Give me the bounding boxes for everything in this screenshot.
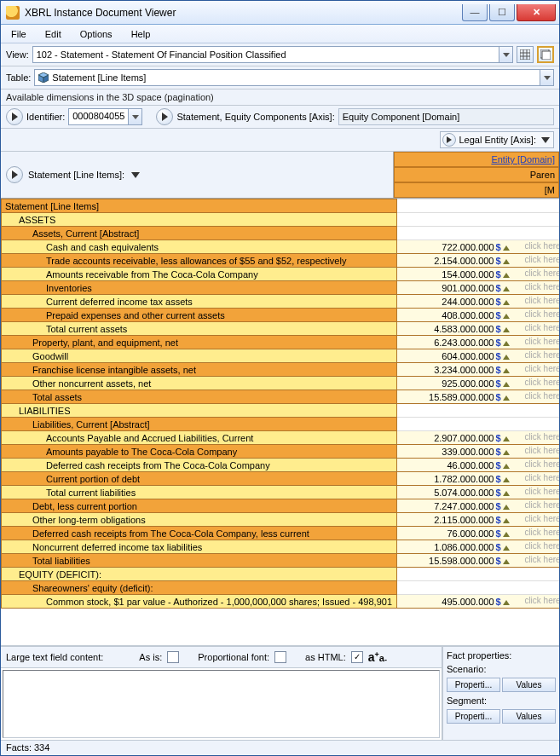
row-label-cell[interactable]: Total assets bbox=[2, 390, 397, 404]
large-text-label: Large text field content: bbox=[6, 652, 103, 662]
value-cell[interactable]: 15.598.000.000$click here bbox=[397, 554, 559, 568]
row-label-cell[interactable]: Current deferred income tax assets bbox=[2, 295, 397, 309]
arrow-up-icon bbox=[503, 532, 510, 537]
svg-rect-6 bbox=[542, 51, 551, 60]
row-label-cell[interactable]: Assets, Current [Abstract] bbox=[2, 227, 397, 240]
font-size-controls[interactable]: a+a- bbox=[368, 650, 387, 664]
segment-properties-button[interactable]: Properti... bbox=[447, 709, 500, 724]
grid-mode-2-button[interactable] bbox=[537, 46, 554, 63]
table-select[interactable]: Statement [Line Items] bbox=[34, 69, 554, 86]
menu-bar: File Edit Options Help bbox=[1, 25, 559, 43]
menu-edit[interactable]: Edit bbox=[42, 27, 65, 41]
menu-options[interactable]: Options bbox=[77, 27, 116, 41]
value-cell[interactable]: 495.000.000$click here bbox=[397, 595, 559, 609]
scenario-values-button[interactable]: Values bbox=[502, 678, 556, 692]
table-row: Current portion of debt1.782.000.000$cli… bbox=[2, 472, 560, 486]
identifier-drop[interactable] bbox=[128, 109, 141, 124]
minimize-button[interactable]: — bbox=[462, 4, 488, 21]
asis-checkbox[interactable] bbox=[167, 651, 179, 663]
scenario-properties-button[interactable]: Properti... bbox=[447, 678, 500, 692]
value-cell[interactable]: 7.247.000.000$click here bbox=[397, 499, 559, 513]
row-label-cell[interactable]: Prepaid expenses and other current asset… bbox=[2, 309, 397, 322]
value-cell[interactable]: 1.782.000.000$click here bbox=[397, 472, 559, 486]
identifier-select[interactable]: 0000804055 bbox=[68, 108, 142, 125]
row-label-cell[interactable]: Amounts receivable from The Coca-Cola Co… bbox=[2, 268, 397, 281]
row-label-cell[interactable]: Current portion of debt bbox=[2, 472, 397, 486]
table-toolbar: Table: Statement [Line Items] bbox=[1, 66, 559, 89]
value-cell[interactable]: 604.000.000$click here bbox=[397, 349, 559, 363]
row-label-cell[interactable]: Accounts Payable and Accrued Liabilities… bbox=[2, 431, 397, 445]
arrow-up-icon bbox=[503, 382, 510, 387]
row-label-cell[interactable]: Trade accounts receivable, less allowanc… bbox=[2, 254, 397, 268]
legal-play-button[interactable] bbox=[442, 133, 456, 147]
arrow-up-icon bbox=[503, 600, 510, 605]
value-cell[interactable]: 2.154.000.000$click here bbox=[397, 254, 559, 268]
grid-mode-1-button[interactable] bbox=[517, 46, 534, 63]
row-label-cell[interactable]: Noncurrent deferred income tax liabiliti… bbox=[2, 540, 397, 554]
empty-value-cell bbox=[397, 199, 559, 213]
view-select-drop[interactable] bbox=[499, 47, 512, 62]
row-label-cell[interactable]: Other long-term obligations bbox=[2, 513, 397, 527]
row-label-cell[interactable]: Amounts payable to The Coca-Cola Company bbox=[2, 445, 397, 459]
equity-play-button[interactable] bbox=[156, 108, 173, 125]
entity-domain-header[interactable]: Entity [Domain] bbox=[394, 152, 559, 167]
row-label-cell[interactable]: LIABILITIES bbox=[2, 404, 397, 418]
row-label-cell[interactable]: Common stock, $1 par value - Authorized … bbox=[2, 595, 397, 609]
row-label-cell[interactable]: Goodwill bbox=[2, 349, 397, 363]
row-label-cell[interactable]: Total liabilities bbox=[2, 554, 397, 568]
data-grid-scroll[interactable]: Statement [Line Items]ASSETSAssets, Curr… bbox=[1, 199, 559, 645]
row-label-cell[interactable]: Liabilities, Current [Abstract] bbox=[2, 418, 397, 431]
as-html-checkbox[interactable] bbox=[351, 651, 363, 663]
maximize-button[interactable]: ☐ bbox=[489, 4, 515, 21]
large-text-area[interactable] bbox=[3, 670, 440, 738]
menu-file[interactable]: File bbox=[8, 27, 30, 41]
value-cell[interactable]: 46.000.000$click here bbox=[397, 459, 559, 472]
proportional-checkbox[interactable] bbox=[274, 651, 286, 663]
row-label-cell[interactable]: Total current liabilities bbox=[2, 486, 397, 499]
close-button[interactable]: ✕ bbox=[517, 4, 556, 21]
table-row: Deferred cash receipts from The Coca-Col… bbox=[2, 459, 560, 472]
value-cell[interactable]: 2.115.000.000$click here bbox=[397, 513, 559, 527]
row-label-cell[interactable]: Other noncurrent assets, net bbox=[2, 377, 397, 390]
value-cell[interactable]: 5.074.000.000$click here bbox=[397, 486, 559, 499]
statement-play-button[interactable] bbox=[6, 166, 23, 183]
as-html-label: as HTML: bbox=[305, 652, 346, 662]
row-label-cell[interactable]: Inventories bbox=[2, 281, 397, 295]
value-cell[interactable]: 3.234.000.000$click here bbox=[397, 363, 559, 377]
value-cell[interactable]: 4.583.000.000$click here bbox=[397, 322, 559, 336]
row-label-cell[interactable]: Shareowners' equity (deficit): bbox=[2, 581, 397, 595]
identifier-play-button[interactable] bbox=[6, 108, 23, 125]
table-select-drop[interactable] bbox=[540, 70, 553, 85]
value-cell[interactable]: 244.000.000$click here bbox=[397, 295, 559, 309]
grid-stack-icon bbox=[540, 49, 551, 60]
value-cell[interactable]: 1.086.000.000$click here bbox=[397, 540, 559, 554]
table-row: LIABILITIES bbox=[2, 404, 560, 418]
row-label-cell[interactable]: Property, plant, and equipment, net bbox=[2, 336, 397, 349]
value-cell[interactable]: 339.000.000$click here bbox=[397, 445, 559, 459]
value-cell[interactable]: 154.000.000$click here bbox=[397, 268, 559, 281]
row-label-cell[interactable]: Statement [Line Items] bbox=[2, 199, 397, 213]
row-label-cell[interactable]: Total current assets bbox=[2, 322, 397, 336]
arrow-up-icon bbox=[503, 464, 510, 469]
row-label-cell[interactable]: Debt, less current portion bbox=[2, 499, 397, 513]
row-label-cell[interactable]: Franchise license intangible assets, net bbox=[2, 363, 397, 377]
row-label-cell[interactable]: Cash and cash equivalents bbox=[2, 240, 397, 254]
value-cell[interactable]: 925.000.000$click here bbox=[397, 377, 559, 390]
table-row: Accounts Payable and Accrued Liabilities… bbox=[2, 431, 560, 445]
value-cell[interactable]: 722.000.000$click here bbox=[397, 240, 559, 254]
value-cell[interactable]: 901.000.000$click here bbox=[397, 281, 559, 295]
view-select[interactable]: 102 - Statement - Statement Of Financial… bbox=[32, 46, 513, 63]
legal-entity-axis[interactable]: Legal Entity [Axis]: bbox=[440, 131, 555, 148]
value-cell[interactable]: 76.000.000$click here bbox=[397, 527, 559, 540]
row-label-cell[interactable]: ASSETS bbox=[2, 213, 397, 227]
value-cell[interactable]: 408.000.000$click here bbox=[397, 309, 559, 322]
arrow-up-icon bbox=[503, 559, 510, 564]
value-cell[interactable]: 15.589.000.000$click here bbox=[397, 390, 559, 404]
row-label-cell[interactable]: Deferred cash receipts from The Coca-Col… bbox=[2, 459, 397, 472]
row-label-cell[interactable]: EQUITY (DEFICIT): bbox=[2, 568, 397, 581]
value-cell[interactable]: 6.243.000.000$click here bbox=[397, 336, 559, 349]
row-label-cell[interactable]: Deferred cash receipts from The Coca-Col… bbox=[2, 527, 397, 540]
menu-help[interactable]: Help bbox=[128, 27, 154, 41]
segment-values-button[interactable]: Values bbox=[502, 709, 556, 724]
value-cell[interactable]: 2.907.000.000$click here bbox=[397, 431, 559, 445]
